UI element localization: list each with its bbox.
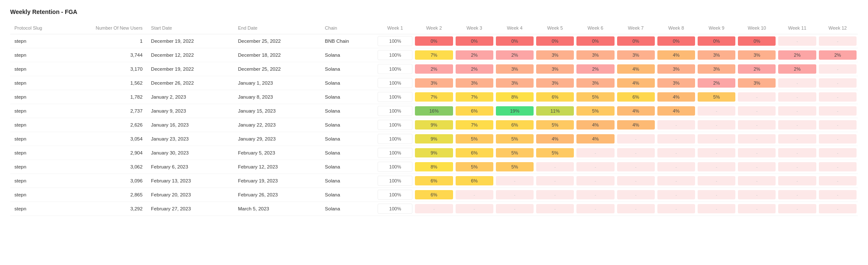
cell-week3: 2%	[454, 62, 495, 76]
cell-end-date: January 8, 2023	[234, 90, 320, 104]
cell-week6: 0%	[575, 34, 615, 48]
cell-week10: -	[737, 160, 777, 174]
cell-protocol: stepn	[10, 160, 66, 174]
cell-week7: 4%	[616, 76, 656, 90]
cell-week9: 3%	[696, 48, 737, 62]
cell-week10: -	[737, 188, 777, 202]
cell-week8: -	[656, 188, 696, 202]
cell-week3: 5%	[454, 132, 495, 146]
cell-week9: -	[696, 132, 737, 146]
cell-week12: -	[818, 62, 858, 76]
cell-protocol: stepn	[10, 76, 66, 90]
table-row: stepn2,737January 9, 2023January 15, 202…	[10, 104, 858, 118]
cell-week7: 6%	[616, 90, 656, 104]
col-header-chain: Chain	[321, 22, 377, 34]
cell-start-date: February 6, 2023	[147, 160, 234, 174]
cell-week7: -	[616, 132, 656, 146]
cell-chain: Solana	[321, 104, 377, 118]
cell-week5: 3%	[535, 76, 575, 90]
cell-week5: 3%	[535, 62, 575, 76]
cell-week6: 2%	[575, 62, 615, 76]
col-header-week7: Week 7	[616, 22, 656, 34]
cell-chain: Solana	[321, 132, 377, 146]
cell-week4: 19%	[495, 104, 535, 118]
cell-week8: -	[656, 174, 696, 188]
cell-week7: -	[616, 160, 656, 174]
cell-week5: 11%	[535, 104, 575, 118]
cell-start-date: December 19, 2022	[147, 62, 234, 76]
cell-week5: 5%	[535, 118, 575, 132]
cell-week2: 2%	[414, 62, 454, 76]
cell-week8: 3%	[656, 62, 696, 76]
cell-week3: 6%	[454, 146, 495, 160]
cell-week3: 7%	[454, 90, 495, 104]
cell-week11: 2%	[777, 62, 817, 76]
cell-week1: 100%	[376, 132, 414, 146]
table-row: stepn3,744December 12, 2022December 18, …	[10, 48, 858, 62]
table-row: stepn3,096February 13, 2023February 19, …	[10, 174, 858, 188]
cell-week4: 2%	[495, 48, 535, 62]
table-row: stepn3,292February 27, 2023March 5, 2023…	[10, 202, 858, 216]
cell-week11: -	[777, 188, 817, 202]
cell-week4: 5%	[495, 146, 535, 160]
cell-users: 2,865	[66, 188, 147, 202]
cell-week10: -	[737, 132, 777, 146]
col-header-users: Number Of New Users	[66, 22, 147, 34]
cell-week8: 0%	[656, 34, 696, 48]
cell-week9: -	[696, 146, 737, 160]
cell-start-date: December 26, 2022	[147, 76, 234, 90]
cell-week6: 3%	[575, 76, 615, 90]
cell-week9: 2%	[696, 76, 737, 90]
cell-week3: 3%	[454, 76, 495, 90]
cell-week12: -	[818, 118, 858, 132]
cell-chain: Solana	[321, 202, 377, 216]
cell-week6: 5%	[575, 104, 615, 118]
cell-week7: -	[616, 188, 656, 202]
cell-week6: -	[575, 146, 615, 160]
table-row: stepn1,782January 2, 2023January 8, 2023…	[10, 90, 858, 104]
cell-week5: 4%	[535, 132, 575, 146]
cell-start-date: January 9, 2023	[147, 104, 234, 118]
retention-table: Protocol Slug Number Of New Users Start …	[10, 22, 858, 216]
cell-week6: 4%	[575, 132, 615, 146]
cell-week6: -	[575, 160, 615, 174]
cell-week2: 7%	[414, 48, 454, 62]
cell-users: 3,170	[66, 62, 147, 76]
cell-week12: -	[818, 160, 858, 174]
cell-week9: -	[696, 104, 737, 118]
cell-week3: 6%	[454, 104, 495, 118]
cell-start-date: February 13, 2023	[147, 174, 234, 188]
col-header-week8: Week 8	[656, 22, 696, 34]
cell-protocol: stepn	[10, 34, 66, 48]
cell-users: 2,737	[66, 104, 147, 118]
cell-week5: 6%	[535, 90, 575, 104]
cell-week12: -	[818, 202, 858, 216]
cell-week2: 8%	[414, 160, 454, 174]
cell-week4: 3%	[495, 76, 535, 90]
table-row: stepn2,865February 20, 2023February 26, …	[10, 188, 858, 202]
cell-week12: -	[818, 90, 858, 104]
cell-week1: 100%	[376, 34, 414, 48]
cell-week2: 3%	[414, 76, 454, 90]
cell-week6: -	[575, 188, 615, 202]
cell-week6: -	[575, 174, 615, 188]
col-header-week10: Week 10	[737, 22, 777, 34]
cell-week2: 16%	[414, 104, 454, 118]
cell-week5: -	[535, 160, 575, 174]
cell-week4: 6%	[495, 118, 535, 132]
cell-week5: -	[535, 174, 575, 188]
cell-week9: -	[696, 160, 737, 174]
cell-week12: -	[818, 104, 858, 118]
cell-week1: 100%	[376, 202, 414, 216]
cell-protocol: stepn	[10, 202, 66, 216]
cell-week2: -	[414, 202, 454, 216]
cell-start-date: December 12, 2022	[147, 48, 234, 62]
cell-chain: Solana	[321, 174, 377, 188]
col-header-week1: Week 1	[376, 22, 414, 34]
cell-week1: 100%	[376, 76, 414, 90]
cell-week3: 5%	[454, 160, 495, 174]
cell-week1: 100%	[376, 146, 414, 160]
cell-week4: -	[495, 174, 535, 188]
table-row: stepn2,626January 16, 2023January 22, 20…	[10, 118, 858, 132]
cell-week7: 4%	[616, 118, 656, 132]
